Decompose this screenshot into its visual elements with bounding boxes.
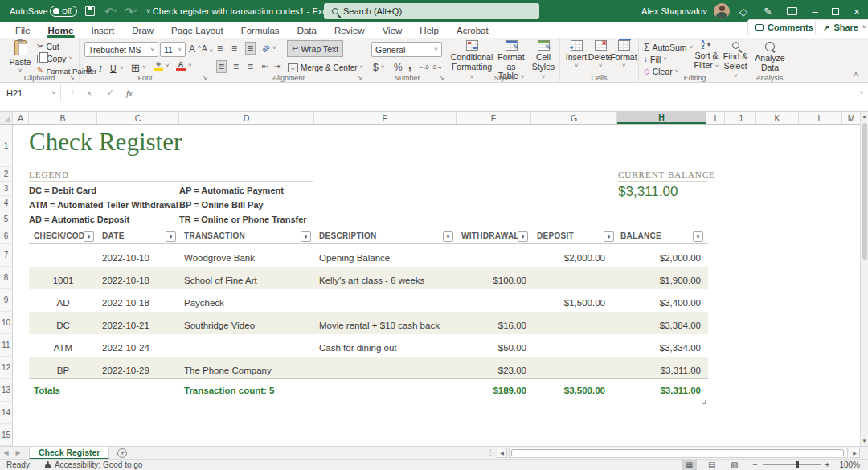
column-header-d[interactable]: D bbox=[179, 112, 314, 124]
fill-color-button[interactable]: ◆˅ bbox=[154, 60, 170, 72]
tab-help[interactable]: Help bbox=[411, 22, 448, 38]
cell-balance[interactable]: $1,900.00 bbox=[617, 276, 701, 285]
number-dialog-launcher[interactable]: ↘ bbox=[439, 74, 444, 81]
transaction-count[interactable]: Transaction count: 5 bbox=[184, 386, 274, 395]
tab-file[interactable]: File bbox=[6, 22, 39, 38]
cell-withdrawal[interactable]: $100.00 bbox=[457, 276, 526, 285]
row-header-6[interactable]: 6 bbox=[0, 227, 13, 244]
search-input[interactable]: Search (Alt+Q) bbox=[324, 3, 539, 19]
cell-withdrawal[interactable]: $23.00 bbox=[457, 366, 526, 375]
namebox-splitter[interactable]: ⋮ bbox=[64, 84, 82, 101]
comma-format-button[interactable]: , bbox=[408, 59, 411, 71]
cut-button[interactable]: ✂Cut bbox=[37, 41, 59, 52]
hscroll-left-arrow[interactable]: ◀ bbox=[497, 448, 507, 458]
vertical-scroll-thumb[interactable] bbox=[862, 123, 867, 260]
increase-indent-button[interactable]: ⇥ bbox=[274, 61, 280, 72]
cell-date[interactable]: 2022-10-18 bbox=[102, 276, 149, 285]
cell-transaction[interactable]: The Phone Company bbox=[184, 366, 272, 375]
column-header-b[interactable]: B bbox=[29, 112, 97, 124]
delete-cells-button[interactable]: Delete˅ bbox=[589, 40, 612, 69]
cell-check-code[interactable]: ATM bbox=[29, 343, 97, 353]
table-header-deposit[interactable]: DEPOSIT bbox=[537, 231, 574, 240]
decrease-decimal-button[interactable]: .0→ bbox=[432, 62, 443, 73]
next-sheet-arrow[interactable]: ▶ bbox=[12, 449, 24, 456]
table-header-date[interactable]: DATE bbox=[102, 231, 125, 240]
zoom-level[interactable]: 100% bbox=[839, 460, 860, 469]
cell-date[interactable]: 2022-10-10 bbox=[102, 253, 149, 263]
column-header-h-selected[interactable]: H bbox=[617, 112, 706, 124]
font-size-select[interactable]: 11˅ bbox=[160, 42, 186, 57]
filter-button[interactable]: ▼ bbox=[604, 231, 614, 242]
underline-button[interactable]: U bbox=[110, 63, 117, 74]
table-header-withdrawal[interactable]: WITHDRAWAL bbox=[461, 231, 519, 240]
column-header-f[interactable]: F bbox=[457, 112, 531, 124]
filter-button[interactable]: ▼ bbox=[301, 231, 311, 242]
clipboard-dialog-launcher[interactable]: ↘ bbox=[69, 74, 75, 81]
formula-input[interactable] bbox=[138, 84, 855, 101]
column-header-e[interactable]: E bbox=[314, 112, 457, 124]
merge-center-button[interactable]: ↔Merge & Center˅ bbox=[288, 62, 363, 73]
table-header-transaction[interactable]: TRANSACTION bbox=[184, 231, 245, 240]
increase-font-button[interactable]: A˄ bbox=[189, 43, 201, 55]
cell-date[interactable]: 2022-10-21 bbox=[102, 321, 149, 330]
insert-function-button[interactable]: fx bbox=[121, 84, 138, 101]
name-box[interactable]: H21˅ bbox=[2, 84, 61, 101]
font-color-button[interactable]: A˅ bbox=[176, 60, 192, 72]
scroll-up-arrow[interactable]: ▲ bbox=[862, 112, 867, 121]
tab-view[interactable]: View bbox=[374, 22, 411, 38]
column-header-k[interactable]: K bbox=[756, 112, 799, 124]
row-header-5[interactable]: 5 bbox=[0, 210, 13, 227]
format-cells-button[interactable]: Format˅ bbox=[612, 40, 636, 69]
number-format-select[interactable]: General˅ bbox=[371, 42, 442, 57]
copy-button[interactable]: Copy˅ bbox=[37, 53, 72, 64]
zoom-in-button[interactable]: + bbox=[825, 460, 830, 469]
sort-filter-button[interactable]: AZ▼Sort &Filter ˅ bbox=[692, 40, 721, 70]
filter-button[interactable]: ▼ bbox=[166, 231, 176, 242]
customize-quick-access-button[interactable]: ˅ bbox=[146, 0, 150, 22]
bold-button[interactable]: B bbox=[86, 63, 92, 74]
tab-formulas[interactable]: Formulas bbox=[232, 22, 289, 38]
save-button[interactable] bbox=[85, 0, 95, 22]
accessibility-status[interactable]: Accessibility: Good to go bbox=[55, 460, 143, 469]
sheet-tab-check-register[interactable]: Check Register bbox=[29, 447, 109, 460]
tab-home[interactable]: Home bbox=[39, 22, 83, 38]
autosave-toggle[interactable]: Off bbox=[50, 0, 77, 22]
cell-description[interactable]: Opening Balance bbox=[319, 253, 390, 263]
cell-balance[interactable]: $3,311.00 bbox=[617, 366, 701, 375]
autosum-button[interactable]: ΣAutoSum˅ bbox=[644, 42, 693, 53]
cell-check-code[interactable]: 1001 bbox=[29, 276, 97, 285]
table-header-description[interactable]: DESCRIPTION bbox=[319, 231, 377, 240]
horizontal-scroll-thumb[interactable] bbox=[511, 449, 844, 456]
row-header-15[interactable]: 15 bbox=[0, 424, 13, 446]
filter-button[interactable]: ▼ bbox=[518, 231, 528, 242]
expand-formula-bar-button[interactable]: ˅ bbox=[855, 84, 868, 101]
add-sheet-button[interactable]: + bbox=[117, 448, 127, 458]
insert-cells-button[interactable]: Insert˅ bbox=[565, 40, 588, 69]
column-header-c[interactable]: C bbox=[97, 112, 179, 124]
cell-deposit[interactable]: $2,000.00 bbox=[531, 253, 605, 263]
zoom-out-button[interactable]: − bbox=[753, 460, 758, 469]
align-right-button[interactable]: ≡ bbox=[248, 61, 253, 72]
row-header-3[interactable]: 3 bbox=[0, 182, 13, 196]
cell-description[interactable]: Kelly's art class - 6 weeks bbox=[319, 276, 424, 285]
user-name[interactable]: Alex Shapovalov bbox=[643, 0, 707, 22]
premium-button[interactable]: ◇ bbox=[739, 0, 747, 22]
zoom-slider[interactable] bbox=[763, 464, 821, 465]
cell-transaction[interactable]: Woodgrove Bank bbox=[184, 253, 255, 263]
column-header-i[interactable]: I bbox=[706, 112, 725, 124]
row-header-4[interactable]: 4 bbox=[0, 196, 13, 210]
column-header-j[interactable]: J bbox=[725, 112, 756, 124]
page-break-view-button[interactable]: ▧ bbox=[727, 460, 742, 470]
analyze-data-button[interactable]: AnalyzeData bbox=[754, 40, 786, 72]
cell-transaction[interactable]: Southridge Video bbox=[184, 321, 255, 330]
table-header-balance[interactable]: BALANCE bbox=[620, 231, 661, 240]
filter-button[interactable]: ▼ bbox=[84, 231, 94, 242]
cell-description[interactable]: Movie rental + $10 cash back bbox=[319, 321, 440, 330]
cell-transaction[interactable]: School of Fine Art bbox=[184, 276, 257, 285]
cell-date[interactable]: 2022-10-29 bbox=[102, 366, 149, 375]
column-header-l[interactable]: L bbox=[799, 112, 842, 124]
percent-format-button[interactable]: % bbox=[394, 62, 403, 73]
prev-sheet-arrow[interactable]: ◀ bbox=[0, 449, 12, 456]
align-center-button[interactable]: ≡ bbox=[233, 61, 239, 72]
enter-button[interactable]: ✓ bbox=[101, 84, 119, 101]
